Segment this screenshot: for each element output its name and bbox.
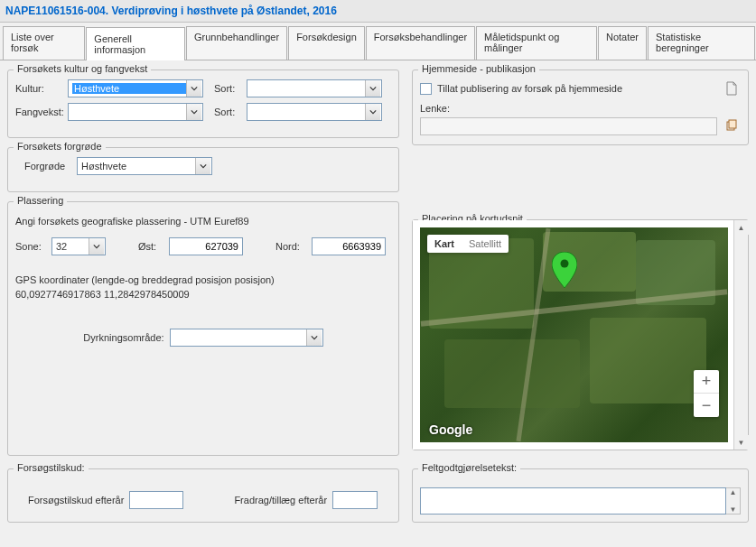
dyrk-combo[interactable] [170,329,323,347]
legend-kultur: Forsøkets kultur og fangvekst [14,63,151,74]
gps-label: GPS koordinater (lengde-og breddegrad po… [15,274,391,287]
zoom-in-button[interactable]: + [694,370,719,394]
lenke-input[interactable] [420,117,717,135]
map-type-toggle: Kart Satellitt [427,235,509,253]
scroll-down-icon[interactable]: ▼ [730,505,737,514]
chevron-down-icon[interactable] [186,104,201,120]
sort1-label: Sort: [214,83,241,94]
scroll-up-icon[interactable]: ▲ [730,488,737,496]
tilskud-efteraar-input[interactable] [129,491,183,509]
tab-generell-informasjon[interactable]: Generell informasjon [86,27,185,60]
fradrag-label: Fradrag/tillæg efterår [234,495,327,505]
sone-value: 32 [56,241,89,252]
gps-value: 60,0927746917863 11,2842978450009 [15,288,391,301]
copy-icon[interactable] [723,117,741,135]
tab-bar: Liste over forsøk Generell informasjon G… [0,23,756,60]
google-logo: Google [429,422,472,437]
dyrk-label: Dyrkningsområde: [83,332,163,343]
chevron-down-icon[interactable] [306,329,322,346]
lenke-label: Lenke: [420,103,450,114]
fieldset-felttext: Feltgodtgjørelsetekst: ▲ ▼ [412,468,749,523]
felttext-input[interactable] [420,487,726,515]
tab-forsokdesign[interactable]: Forsøkdesign [288,26,365,60]
tillat-checkbox[interactable] [420,83,432,95]
fieldset-forgrode: Forsøkets forgrøde Forgrøde Høsthvete [7,147,399,192]
legend-forgrode: Forsøkets forgrøde [14,141,106,152]
sort2-combo[interactable] [247,103,382,121]
chevron-down-icon[interactable] [195,158,210,174]
chevron-down-icon[interactable] [89,238,104,255]
sone-combo[interactable]: 32 [51,237,106,255]
map-satellitt-button[interactable]: Satellitt [462,235,509,253]
fangvekst-label: Fangvekst: [15,107,62,117]
map-zoom-controls: + − [694,370,719,417]
tab-liste[interactable]: Liste over forsøk [3,26,85,60]
kultur-combo[interactable]: Høsthvete [68,79,203,97]
svg-rect-1 [729,120,736,128]
nord-label: Nord: [275,241,306,252]
map-canvas[interactable]: Kart Satellitt + − [420,227,728,442]
zoom-out-button[interactable]: − [694,394,719,417]
kultur-value: Høsthvete [72,83,186,94]
chevron-down-icon[interactable] [186,80,201,97]
fieldset-tilskud: Forsøgstilskud: Forsøgstilskud efterår F… [7,468,399,523]
tab-forsoksbehandlinger[interactable]: Forsøksbehandlinger [366,26,475,60]
page-title: NAPE11061516-004. Verdiprøving i høsthve… [0,0,756,23]
forgrode-combo[interactable]: Høsthvete [77,157,212,175]
scroll-up-icon[interactable]: ▲ [734,220,749,235]
tab-notater[interactable]: Notater [598,26,647,60]
ost-input[interactable] [169,237,243,255]
chevron-down-icon[interactable] [365,80,380,97]
sort2-label: Sort: [214,107,241,117]
map-scrollbar[interactable]: ▲ ▼ [733,220,748,450]
scroll-down-icon[interactable]: ▼ [734,435,749,450]
legend-tilskud: Forsøgstilskud: [14,462,89,473]
fradrag-input[interactable] [332,491,378,509]
fieldset-plassering: Plassering Angi forsøkets geografiske pl… [7,201,399,456]
sort1-combo[interactable] [247,79,382,97]
forgrode-value: Høsthvete [81,161,195,172]
fieldset-hjemmeside: Hjemmeside - publikasjon Tillat publiser… [412,70,749,145]
tilskud-efteraar-label: Forsøgstilskud efterår [28,495,124,505]
tillat-label: Tillat publisering av forsøk på hjemmesi… [437,83,622,94]
fieldset-map: Placering på kortudsnit Kart Satellitt [412,219,749,450]
kultur-label: Kultur: [15,83,62,94]
tab-statistiske[interactable]: Statistiske beregninger [648,26,755,60]
document-icon[interactable] [723,79,741,97]
sone-label: Sone: [15,241,46,252]
legend-felttext: Feltgodtgjørelsetekst: [418,462,520,473]
legend-hjemmeside: Hjemmeside - publikasjon [418,63,539,74]
fangvekst-combo[interactable] [68,103,203,121]
forgrode-label: Forgrøde [24,161,71,172]
svg-point-2 [561,259,569,267]
fieldset-kultur-fangvekst: Forsøkets kultur og fangvekst Kultur: Hø… [7,70,399,138]
legend-plassering: Plassering [14,195,67,206]
plassering-desc: Angi forsøkets geografiske plassering - … [15,215,391,228]
map-pin-icon [552,252,577,288]
nord-input[interactable] [312,237,386,255]
tab-grunnbehandlinger[interactable]: Grunnbehandlinger [186,26,287,60]
ost-label: Øst: [138,241,163,252]
chevron-down-icon[interactable] [365,104,380,120]
map-kart-button[interactable]: Kart [427,235,462,253]
tab-maletidspunkt[interactable]: Måletidspunkt og målinger [476,26,597,60]
